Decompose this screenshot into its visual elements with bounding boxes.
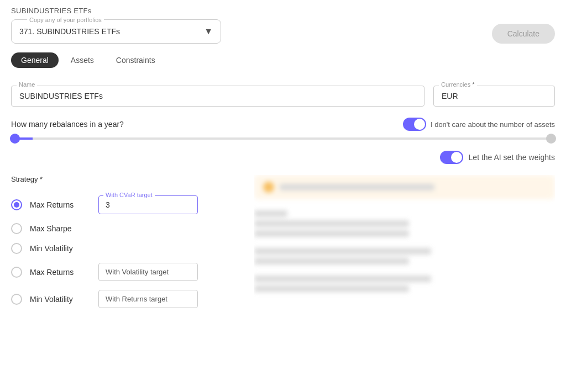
blurred-line-7 [254,285,409,292]
radio-min-volatility[interactable] [11,243,22,254]
assets-toggle-label: I don't care about the number of assets [431,120,555,129]
strategy-label: Strategy * [11,175,243,183]
strategy-label-max-returns-cvar: Max Returns [30,200,91,209]
rebalances-question: How many rebalances in a year? [11,120,124,129]
portfolio-dropdown-arrow-icon[interactable]: ▼ [204,27,213,36]
rebalances-slider-row [11,137,555,140]
right-panel [254,175,555,312]
radio-min-vol-returns[interactable] [11,294,22,305]
blurred-line-3 [254,230,409,237]
name-input[interactable] [11,86,424,107]
tabs-row: General Assets Constraints [0,52,566,77]
blurred-right-content [254,175,555,292]
currencies-field-group: Currencies [433,86,555,107]
strategy-option-max-returns-vol: Max Returns With Volatility target [11,258,243,285]
ai-weights-toggle-knob [451,152,462,163]
name-label: Name [17,81,37,88]
slider-thumb-right[interactable] [546,134,556,144]
radio-max-sharpe[interactable] [11,223,22,234]
page-container: SUBINDUSTRIES ETFs Copy any of your port… [0,0,566,392]
assets-toggle-row: I don't care about the number of assets [403,118,555,131]
slider-thumb-left[interactable] [10,134,20,144]
main-content: Name Currencies How many rebalances in a… [0,77,566,321]
blurred-line-2 [254,220,409,227]
currencies-label: Currencies [439,81,477,88]
strategy-options-list: Max Returns With CVaR target 3 Max Sharp… [11,191,243,312]
strategy-label-min-vol-returns: Min Volatility [30,295,91,304]
strategy-section: Strategy * Max Returns With CVaR target … [11,175,243,312]
blurred-line-1 [254,210,287,217]
copy-portfolio-section: Copy any of your portfolios 371. SUBINDU… [0,19,566,52]
returns-target-field[interactable]: With Returns target [98,290,198,308]
ai-weights-toggle[interactable] [440,151,463,164]
blurred-section-1 [254,210,555,237]
radio-max-returns-vol[interactable] [11,267,22,278]
volatility-target-field[interactable]: With Volatility target [98,263,198,281]
radio-max-returns-cvar[interactable] [11,199,22,210]
blurred-line-6 [254,276,431,282]
blurred-section-3 [254,276,555,292]
blurred-section-2 [254,248,555,264]
cvar-target-value[interactable]: 3 [106,200,110,209]
strategy-label-max-returns-vol: Max Returns [30,268,91,277]
strategy-label-min-volatility: Min Volatility [30,244,91,253]
assets-number-toggle[interactable] [403,118,426,131]
warning-icon [263,182,274,193]
copy-section-label: Copy any of your portfolios [27,17,104,23]
blurred-line-4 [254,248,431,255]
currencies-input[interactable] [433,86,555,107]
ai-weights-row: Let the AI set the weights [11,151,555,164]
cvar-target-label: With CVaR target [103,192,155,198]
tab-assets[interactable]: Assets [61,52,104,68]
tab-general[interactable]: General [11,52,59,68]
strategy-label-max-sharpe: Max Sharpe [30,224,91,233]
strategy-layout: Strategy * Max Returns With CVaR target … [11,175,555,312]
strategy-option-min-vol-returns: Min Volatility With Returns target [11,285,243,312]
ai-weights-label: Let the AI set the weights [469,153,555,162]
name-field-group: Name [11,86,424,107]
name-currencies-row: Name Currencies [11,86,555,107]
assets-toggle-knob [414,119,425,130]
rebalances-slider-track[interactable] [11,137,555,140]
blurred-warning-text [280,184,434,190]
calculate-button[interactable]: Calculate [492,24,555,44]
blurred-warning-block [254,175,555,199]
rebalances-row: How many rebalances in a year? I don't c… [11,118,555,131]
tab-constraints[interactable]: Constraints [106,52,165,68]
strategy-option-max-sharpe: Max Sharpe [11,219,243,239]
page-title: SUBINDUSTRIES ETFs [11,7,92,15]
portfolio-select-value: 371. SUBINDUSTRIES ETFs [19,27,204,36]
strategy-option-max-returns-cvar: Max Returns With CVaR target 3 [11,191,243,219]
blurred-line-5 [254,258,409,264]
strategy-option-min-volatility: Min Volatility [11,239,243,258]
